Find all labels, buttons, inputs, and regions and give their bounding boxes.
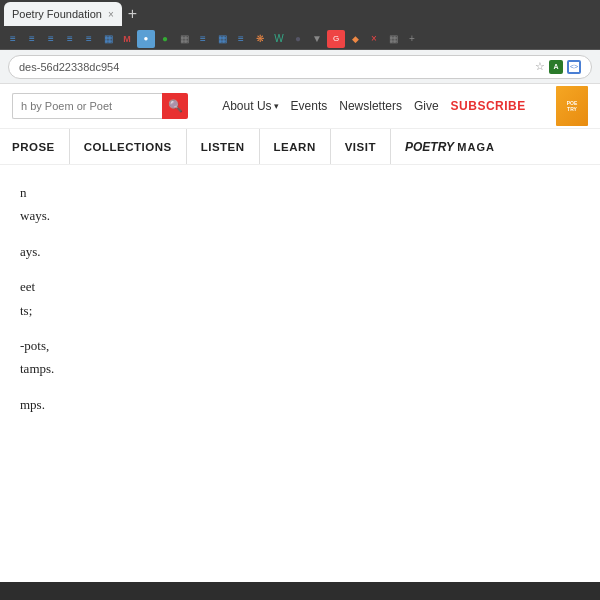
poem-stanza-3: eet ts; [20,275,580,322]
extension-icon-green[interactable]: A [549,60,563,74]
toolbar-icon-flower[interactable]: ❋ [251,30,269,48]
nav-newsletters-label: Newsletters [339,99,402,113]
toolbar-icon-2[interactable]: ≡ [23,30,41,48]
poem-text: n ways. ays. eet ts; -pots, tamps. mps. [20,181,580,416]
tab-close-button[interactable]: × [108,9,114,20]
poem-line-7: tamps. [20,357,580,380]
nav-visit[interactable]: VISIT [331,129,391,164]
new-tab-button[interactable]: + [124,6,141,22]
poem-stanza-4: -pots, tamps. [20,334,580,381]
poetry-mag-italic-label: POETRY [405,140,454,154]
poem-stanza-1: n ways. [20,181,580,228]
poem-line-5: ts; [20,299,580,322]
toolbar-icon-g[interactable]: G [327,30,345,48]
search-icon: 🔍 [168,99,183,113]
toolbar-icon-ext4[interactable]: ▦ [213,30,231,48]
address-text: des-56d22338dc954 [19,61,535,73]
nav-visit-label: VISIT [345,141,376,153]
top-nav: About Us ▾ Events Newsletters Give SUBSC… [200,99,548,113]
address-bar-icons: ☆ A <> [535,60,581,74]
search-input[interactable] [12,93,162,119]
nav-newsletters[interactable]: Newsletters [339,99,402,113]
toolbar-icon-w[interactable]: W [270,30,288,48]
nav-collections-label: COLLECTIONS [84,141,172,153]
toolbar-icon-plus[interactable]: + [403,30,421,48]
poem-line-3: ays. [20,240,580,263]
nav-collections[interactable]: COLLECTIONS [70,129,187,164]
toolbar-icon-dropdown[interactable]: ▼ [308,30,326,48]
extension-icon-blue[interactable]: <> [567,60,581,74]
subscribe-button[interactable]: SUBSCRIBE [451,99,526,113]
content-area: n ways. ays. eet ts; -pots, tamps. mps. [0,165,600,582]
nav-events-label: Events [291,99,328,113]
toolbar-icon-ext2[interactable]: ● [156,30,174,48]
browser-frame: Poetry Foundation × + ≡ ≡ ≡ ≡ ≡ ▦ M ● ● … [0,0,600,600]
browser-tab[interactable]: Poetry Foundation × [4,2,122,26]
main-nav: PROSE COLLECTIONS LISTEN LEARN VISIT POE… [0,128,600,164]
magazine-cover-image: POETRY [565,98,580,114]
toolbar-icon-ext5[interactable]: ≡ [232,30,250,48]
toolbar-icon-close[interactable]: × [365,30,383,48]
site-header: 🔍 About Us ▾ Events Newsletters [0,84,600,165]
search-button[interactable]: 🔍 [162,93,188,119]
tab-bar: Poetry Foundation × + [0,0,600,28]
poem-stanza-5: mps. [20,393,580,416]
poem-line-4: eet [20,275,580,298]
chevron-down-icon: ▾ [274,101,279,111]
nav-learn-label: LEARN [274,141,316,153]
nav-listen-label: LISTEN [201,141,245,153]
search-form: 🔍 [12,93,192,119]
nav-about-us[interactable]: About Us ▾ [222,99,278,113]
nav-listen[interactable]: LISTEN [187,129,260,164]
toolbar-icon-6[interactable]: ▦ [99,30,117,48]
nav-events[interactable]: Events [291,99,328,113]
webpage-content: 🔍 About Us ▾ Events Newsletters [0,84,600,582]
poem-line-6: -pots, [20,334,580,357]
nav-give[interactable]: Give [414,99,439,113]
poem-line-2: ways. [20,204,580,227]
toolbar-icon-1[interactable]: ≡ [4,30,22,48]
nav-give-label: Give [414,99,439,113]
nav-prose[interactable]: PROSE [8,129,70,164]
toolbar-icon-gmail[interactable]: M [118,30,136,48]
bookmark-icon[interactable]: ☆ [535,60,545,73]
toolbar-icon-grid[interactable]: ▦ [175,30,193,48]
toolbar-icon-diamond[interactable]: ◆ [346,30,364,48]
toolbar-icon-square[interactable]: ▦ [384,30,402,48]
toolbar-icon-ext3[interactable]: ≡ [194,30,212,48]
poem-line-8: mps. [20,393,580,416]
toolbar-icon-3[interactable]: ≡ [42,30,60,48]
nav-learn[interactable]: LEARN [260,129,331,164]
nav-prose-label: PROSE [12,141,55,153]
toolbar-icon-circle[interactable]: ● [289,30,307,48]
magazine-cover[interactable]: POETRY [556,86,588,126]
nav-about-us-label: About Us [222,99,271,113]
bottom-bar [0,582,600,600]
toolbar-icon-ext1[interactable]: ● [137,30,155,48]
toolbar-icon-4[interactable]: ≡ [61,30,79,48]
toolbar-icons-row: ≡ ≡ ≡ ≡ ≡ ▦ M ● ● ▦ ≡ ▦ ≡ ❋ W ● ▼ G ◆ × … [0,28,600,50]
poem-line-1: n [20,181,580,204]
tab-label: Poetry Foundation [12,8,102,20]
poem-stanza-2: ays. [20,240,580,263]
nav-poetry-magazine[interactable]: POETRY MAGA [391,129,509,164]
top-bar: 🔍 About Us ▾ Events Newsletters [0,84,600,128]
address-bar[interactable]: des-56d22338dc954 ☆ A <> [8,55,592,79]
toolbar-icon-5[interactable]: ≡ [80,30,98,48]
address-bar-row: des-56d22338dc954 ☆ A <> [0,50,600,84]
poetry-mag-sub-label: MAGA [457,141,495,153]
